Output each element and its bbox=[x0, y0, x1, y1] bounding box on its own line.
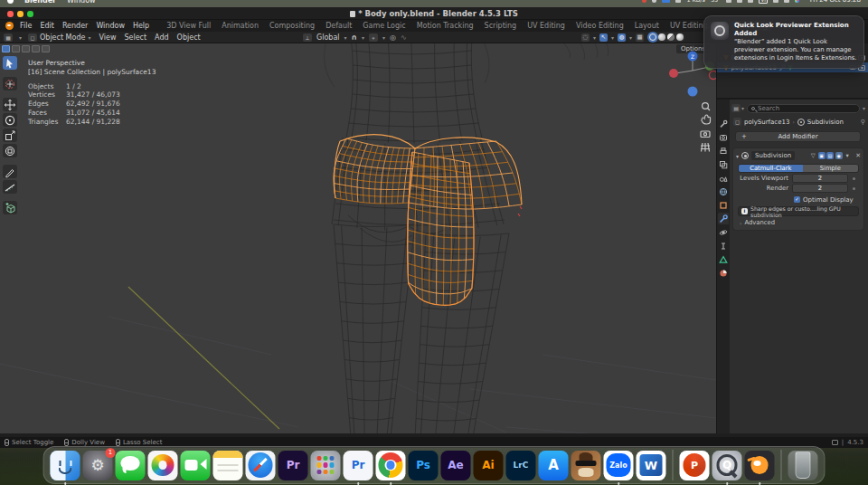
falloff-curve-icon[interactable]: ∿ bbox=[401, 33, 407, 42]
dock-premiere-pro-icon[interactable]: Pr bbox=[278, 451, 308, 480]
search-options-chevron[interactable]: ▾ bbox=[863, 105, 865, 111]
dock-after-effects-icon[interactable]: Ae bbox=[441, 451, 471, 480]
properties-tab-constraints[interactable] bbox=[718, 240, 729, 252]
dock-settings-icon[interactable]: ⚙1 bbox=[83, 451, 113, 480]
shading-material-button[interactable] bbox=[667, 33, 675, 41]
dock-illustrator-icon[interactable]: Ai bbox=[474, 451, 504, 480]
zoom-view-icon[interactable] bbox=[703, 103, 709, 109]
workspace-tab-game-logic[interactable]: Game Logic bbox=[358, 21, 410, 31]
tool-tweak[interactable] bbox=[3, 56, 17, 70]
catmull-clark-button[interactable]: Catmull-Clark bbox=[739, 165, 803, 172]
breadcrumb-item[interactable]: Subdivision bbox=[807, 119, 844, 126]
dock-photoshop-icon[interactable]: Ps bbox=[409, 451, 439, 480]
render-toggle-icon[interactable]: ◉ bbox=[835, 152, 843, 159]
tool-annotate[interactable] bbox=[3, 165, 17, 178]
gizmo-x-neg-axis[interactable] bbox=[669, 69, 678, 78]
tool-rotate[interactable] bbox=[3, 113, 17, 127]
properties-tab-scene[interactable] bbox=[718, 172, 729, 184]
dock-safari-icon[interactable] bbox=[246, 451, 276, 480]
orientation-dropdown[interactable]: Global bbox=[316, 33, 340, 42]
dock-word-icon[interactable]: W bbox=[637, 451, 666, 480]
dock-photos-icon[interactable] bbox=[148, 451, 178, 480]
simple-button[interactable]: Simple bbox=[803, 165, 858, 172]
breadcrumb-object[interactable]: polySurface13 bbox=[744, 119, 789, 126]
workspace-tab-animation[interactable]: Animation bbox=[217, 21, 263, 31]
menu-file[interactable]: File bbox=[20, 22, 32, 30]
dock-finder-icon[interactable] bbox=[51, 451, 80, 480]
panel-expand-chevron[interactable]: ▾ bbox=[736, 153, 739, 159]
viewport-menu-view[interactable]: View bbox=[99, 33, 116, 42]
shading-rendered-button[interactable] bbox=[676, 33, 684, 41]
camera-view-icon[interactable] bbox=[701, 131, 710, 138]
properties-tab-world[interactable] bbox=[718, 185, 729, 197]
perspective-toggle-icon[interactable] bbox=[701, 143, 710, 152]
gizmo-z-neg-axis[interactable] bbox=[688, 87, 698, 97]
tool-transform[interactable] bbox=[3, 144, 17, 157]
properties-tab-material[interactable] bbox=[718, 267, 729, 279]
add-modifier-button[interactable]: + Add Modifier bbox=[735, 131, 861, 142]
editor-selector[interactable]: ▤▾ bbox=[731, 104, 744, 112]
apple-menu-icon[interactable] bbox=[7, 0, 14, 4]
macos-window-menu[interactable]: Window bbox=[67, 0, 96, 5]
extras-chevron[interactable]: ▾ bbox=[844, 152, 851, 159]
properties-tab-output[interactable] bbox=[718, 145, 729, 157]
levels-viewport-field[interactable]: 2 bbox=[792, 174, 848, 183]
properties-tab-data[interactable] bbox=[718, 253, 729, 265]
viewport-menu-object[interactable]: Object bbox=[177, 33, 201, 42]
dock-trash-icon[interactable] bbox=[788, 451, 818, 480]
modifier-name-field[interactable]: Subdivision bbox=[751, 151, 795, 160]
dock-chrome-icon[interactable] bbox=[376, 451, 406, 480]
xray-toggle-icon[interactable]: ▦ bbox=[636, 33, 644, 42]
animate-dot[interactable] bbox=[853, 187, 855, 190]
properties-tab-physics[interactable] bbox=[718, 226, 729, 238]
workspace-tab-3d-view-full[interactable]: 3D View Full bbox=[162, 21, 215, 31]
proportional-editing-icon[interactable]: ◎ bbox=[390, 33, 396, 42]
menu-render[interactable]: Render bbox=[62, 22, 88, 30]
dock-zalo-icon[interactable]: Zalo bbox=[604, 451, 634, 480]
menu-help[interactable]: Help bbox=[133, 22, 149, 30]
gizmo-x-pos-axis[interactable] bbox=[710, 71, 717, 80]
editor-type-icon[interactable]: ▦ bbox=[4, 33, 13, 42]
advanced-section-toggle[interactable]: ›Advanced bbox=[740, 219, 861, 226]
workspace-tab-video-editing[interactable]: Video Editing bbox=[571, 21, 628, 31]
snap-target-icon[interactable]: ⌖ bbox=[369, 33, 378, 42]
viewport-menu-select[interactable]: Select bbox=[124, 33, 146, 42]
tool-move[interactable] bbox=[3, 98, 17, 111]
visibility-dropdown-icon[interactable]: ◌ bbox=[581, 33, 590, 42]
animate-dot[interactable] bbox=[853, 177, 855, 180]
macos-status-icons[interactable]: 1 KB/s 35° VI bbox=[642, 0, 798, 4]
menubar-clock[interactable]: Fri 24 Oct 09:28 bbox=[810, 0, 861, 4]
blender-logo-icon[interactable] bbox=[5, 22, 14, 30]
dock-quicktime-icon[interactable]: Q bbox=[712, 451, 742, 480]
dock-notes-icon[interactable] bbox=[213, 451, 243, 480]
properties-tab-tool[interactable] bbox=[718, 118, 729, 129]
notification-banner[interactable]: Quick Look Previewer Extension Added “Bl… bbox=[703, 15, 864, 69]
tool-measure[interactable] bbox=[3, 180, 17, 194]
workspace-tab-compositing[interactable]: Compositing bbox=[265, 21, 319, 31]
menu-edit[interactable]: Edit bbox=[40, 22, 54, 30]
dock-app-store-icon[interactable]: A bbox=[539, 451, 569, 480]
macos-app-menu[interactable]: Blender bbox=[24, 0, 56, 5]
dock-messages-icon[interactable] bbox=[116, 451, 146, 480]
dock-blender-icon[interactable] bbox=[745, 451, 775, 480]
dock-launchpad-icon[interactable] bbox=[311, 451, 341, 480]
workspace-tab-default[interactable]: Default bbox=[321, 21, 356, 31]
edit-mode-toggle-icon[interactable]: ▣ bbox=[818, 152, 826, 159]
workspace-tab-layout[interactable]: Layout bbox=[630, 21, 664, 31]
dock-lightroom-classic-icon[interactable]: LrC bbox=[506, 451, 536, 480]
workspace-tab-scripting[interactable]: Scripting bbox=[480, 21, 522, 31]
workspace-tab-uv-editing[interactable]: UV Editing bbox=[523, 21, 570, 31]
workspace-tab-motion-tracking[interactable]: Motion Tracking bbox=[412, 21, 478, 31]
dock-facetime-icon[interactable] bbox=[181, 451, 211, 480]
close-modifier-button[interactable]: ✕ bbox=[855, 152, 861, 159]
viewport-mini-toolbar[interactable] bbox=[2, 45, 50, 52]
properties-tab-render[interactable] bbox=[718, 131, 729, 143]
dock-premiere-beta-icon[interactable]: Pr bbox=[344, 451, 373, 480]
pan-view-icon[interactable] bbox=[702, 115, 711, 124]
menu-window[interactable]: Window bbox=[96, 22, 125, 30]
tool-add-cube[interactable] bbox=[3, 201, 17, 214]
shading-solid-button[interactable] bbox=[658, 33, 665, 41]
realtime-toggle-icon[interactable]: ▤ bbox=[826, 152, 834, 159]
optimal-display-checkbox[interactable]: ✓ bbox=[794, 196, 800, 203]
3d-viewport[interactable]: User Perspective [16] Scene Collection |… bbox=[0, 43, 716, 433]
